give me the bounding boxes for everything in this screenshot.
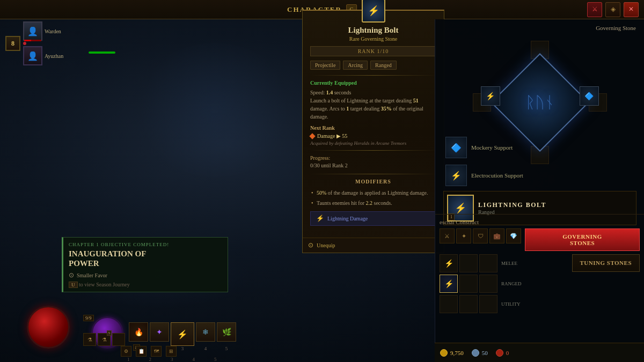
lb-name: LIGHTNING BOLT xyxy=(478,201,633,209)
next-rank-label: Next Rank xyxy=(310,125,436,131)
utility-slot-2[interactable] xyxy=(459,295,478,313)
utility-slot-3[interactable] xyxy=(479,295,497,313)
player-1-row: 👤 Warden xyxy=(23,21,63,41)
diamond-icon xyxy=(309,133,315,139)
player-row-1: 8 👤 Warden 👤 Ayuzhan xyxy=(5,21,63,65)
skill-slot-2[interactable]: ✦ xyxy=(150,322,169,342)
skill-slot-3-primary[interactable]: ⚡ xyxy=(171,322,194,346)
melee-slot-2[interactable] xyxy=(459,254,478,272)
skill-icon-5: 🌿 xyxy=(222,328,231,337)
hotbar-numbers: 1 2 3 4 5 xyxy=(127,357,217,362)
skill-name: Lightning Bolt xyxy=(310,26,436,35)
ranged-icon: ⚡ xyxy=(444,279,453,289)
tuning-stones-btn[interactable]: TUNING STONES xyxy=(572,254,640,272)
ranged-slot-3[interactable] xyxy=(479,275,497,293)
badge-count: 9/9 xyxy=(83,315,94,321)
action-btn-sword[interactable]: ⚔ xyxy=(440,228,455,243)
skill-slot-1[interactable]: 🔥 xyxy=(129,322,148,342)
ranged-label: RANGED xyxy=(501,281,528,286)
action-btn-gem[interactable]: 💎 xyxy=(506,228,521,243)
unequip-btn[interactable]: ⊙ Unequip xyxy=(303,238,444,253)
player-avatar-2: 👤 xyxy=(23,46,42,65)
map-btn[interactable]: ◈ xyxy=(605,2,620,17)
tag-row: Projectile Arcing Ranged xyxy=(310,61,436,70)
melee-row: ⚡ MELEE xyxy=(440,254,528,272)
slot2-badge: 5 xyxy=(107,330,112,336)
item-slots: ⚗ ⚗ 5 xyxy=(83,333,125,346)
next-rank-stat: Damage ▶ 55 xyxy=(310,133,436,139)
skill-slot-5[interactable]: 🌿 xyxy=(217,322,236,342)
melee-slot-1[interactable]: ⚡ xyxy=(440,254,458,272)
inventory-btn[interactable]: ⚔ xyxy=(587,2,602,17)
divider-1 xyxy=(310,75,436,76)
map-icon: ◈ xyxy=(611,5,616,13)
bottom-icon-2[interactable]: 📋 xyxy=(136,346,147,357)
speed-value: 1.4 xyxy=(326,90,333,95)
gold-amount: 9,750 xyxy=(450,350,464,356)
governing-stone-title: Governing Stone xyxy=(596,25,636,31)
obj-chapter: CHAPTER 1 OBJECTIVE COMPLETED! xyxy=(69,242,222,247)
socket-right-gem[interactable]: 🔷 xyxy=(580,86,599,106)
health-orb xyxy=(27,306,70,349)
rank-bar: RANK 1/10 xyxy=(310,46,436,56)
modifier-1: 50% of the damage is applied as Lightnin… xyxy=(310,189,436,197)
ranged-slot-active[interactable]: ⚡ xyxy=(440,275,458,293)
modifiers-title: MODIFIERS xyxy=(310,179,436,184)
acquired-text: Acquired by defeating Heralds in Arcane … xyxy=(310,141,436,146)
skill-top-icon: ⚡ xyxy=(362,0,385,23)
obj-reward: ⊙ Smaller Favor xyxy=(69,271,222,279)
damage-value: 51 xyxy=(413,98,419,104)
construct-header: eschal Construct xyxy=(440,219,640,225)
hint-text-2: to view Season Journey xyxy=(79,282,130,287)
skill-slot-wrapper-4: ❄ 4 xyxy=(196,322,215,346)
utility-row: UTILITY xyxy=(440,295,528,313)
electrocution-name: Electrocution Support xyxy=(471,172,523,179)
player-hp-bg xyxy=(24,40,41,41)
melee-label: MELEE xyxy=(501,261,528,266)
skill-popup: ⚡ Lightning Bolt Rare Governing Stone RA… xyxy=(302,10,444,253)
close-btn[interactable]: ✕ xyxy=(624,2,639,17)
action-btn-bag[interactable]: 💼 xyxy=(489,228,504,243)
skill-slot-4[interactable]: ❄ xyxy=(196,322,215,342)
player-name-col: 👤 Warden 👤 Ayuzhan xyxy=(23,21,63,65)
status-dot xyxy=(23,42,26,45)
item-slot-3[interactable] xyxy=(112,333,125,346)
player-level: 8 xyxy=(5,36,20,51)
action-btn-dagger[interactable]: ✦ xyxy=(456,228,471,243)
action-btn-shield[interactable]: 🛡 xyxy=(473,228,488,243)
red-amount: 0 xyxy=(506,350,509,356)
player-2-row: 👤 Ayuzhan xyxy=(23,46,63,65)
skill-icon-1: 🔥 xyxy=(134,328,143,337)
objective-panel: CHAPTER 1 OBJECTIVE COMPLETED! INAUGURAT… xyxy=(62,237,228,292)
skill-num-4: 4 xyxy=(204,346,207,351)
mockery-support: 🔷 Mockery Support xyxy=(443,135,551,160)
utility-slot-1[interactable] xyxy=(440,295,458,313)
ranged-slot-2[interactable] xyxy=(459,275,478,293)
lb-icon-symbol: ⚡ xyxy=(455,202,466,214)
skill-num-5: 5 xyxy=(225,346,228,351)
dot-indicator xyxy=(23,42,63,45)
bottom-icon-1[interactable]: ⚙ xyxy=(121,346,131,357)
modifier-2: Taunts enemies hit for 2.2 seconds. xyxy=(310,199,436,207)
bottom-icon-3[interactable]: 🗺 xyxy=(151,346,162,357)
tag-projectile: Projectile xyxy=(310,61,340,70)
skill-icon-4: ❄ xyxy=(202,328,209,337)
progress-label: Progress: xyxy=(310,155,436,161)
skills-grid: ⚡ MELEE ⚡ RANGED xyxy=(440,254,640,313)
percent-value: 35% xyxy=(381,106,392,112)
tag-ranged: Ranged xyxy=(370,61,397,70)
bottom-icon-4[interactable]: ⊞ xyxy=(166,346,177,357)
melee-slot-3[interactable] xyxy=(479,254,497,272)
item-slot-2[interactable]: ⚗ 5 xyxy=(98,333,111,346)
mana-bar xyxy=(89,51,115,54)
mockery-name: Mockery Support xyxy=(471,144,513,151)
bottom-hud: ⚗ ⚗ 5 🔥 1 ✦ 2 ⚡ 3 ❄ xyxy=(0,300,268,359)
silver-icon xyxy=(472,349,479,357)
player-hp-fill xyxy=(24,40,31,41)
action-icons-row: ⚔ ✦ 🛡 💼 💎 GOVERNINGSTONES xyxy=(440,228,640,251)
player-name: Warden xyxy=(45,28,61,34)
item-slot-1[interactable]: ⚗ xyxy=(83,333,96,346)
skill-slot-wrapper-2: ✦ 2 xyxy=(150,322,169,346)
socket-left-gem[interactable]: ⚡ xyxy=(481,86,500,106)
governing-stones-btn[interactable]: GOVERNINGSTONES xyxy=(525,228,640,251)
